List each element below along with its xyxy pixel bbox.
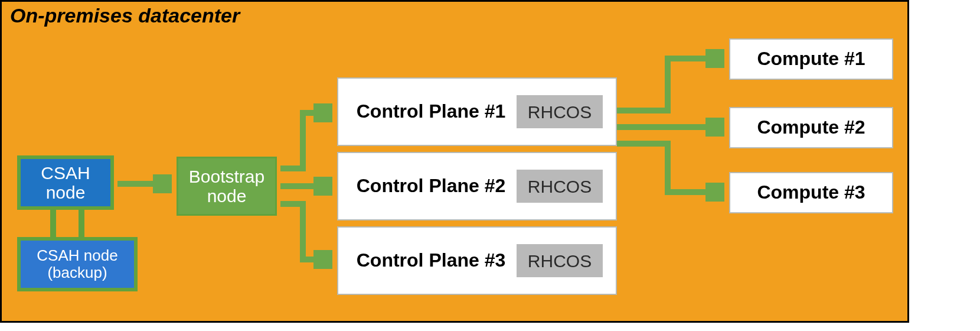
control-plane-1-label: Control Plane #1 xyxy=(351,101,511,122)
compute-2-label: Compute #2 xyxy=(757,117,865,138)
arrow-bootstrap-to-cp3 xyxy=(280,204,329,259)
compute-3-label: Compute #3 xyxy=(757,182,865,203)
csah-backup-node-box: CSAH node (backup) xyxy=(17,237,138,291)
compute-1-label: Compute #1 xyxy=(757,48,865,69)
control-plane-3-os-badge: RHCOS xyxy=(517,244,603,277)
csah-backup-node-label: CSAH node (backup) xyxy=(21,247,134,281)
arrow-cp-to-compute1 xyxy=(617,59,721,111)
control-plane-2-box: Control Plane #2 RHCOS xyxy=(337,152,617,220)
control-plane-3-box: Control Plane #3 RHCOS xyxy=(337,226,617,295)
control-plane-1-os-badge: RHCOS xyxy=(517,95,603,128)
compute-3-box: Compute #3 xyxy=(729,172,893,213)
compute-1-box: Compute #1 xyxy=(729,38,893,80)
csah-backup-link-2 xyxy=(79,210,84,237)
compute-2-box: Compute #2 xyxy=(729,107,893,148)
bootstrap-node-label: Bootstrap node xyxy=(178,167,275,206)
bootstrap-node-box: Bootstrap node xyxy=(177,157,277,216)
diagram-title: On-premises datacenter xyxy=(10,4,240,27)
control-plane-2-label: Control Plane #2 xyxy=(351,176,511,196)
control-plane-1-box: Control Plane #1 RHCOS xyxy=(337,77,617,146)
csah-backup-link-1 xyxy=(50,210,56,237)
diagram-canvas: On-premises datacenter CSAH node CSAH no… xyxy=(0,0,909,323)
control-plane-3-label: Control Plane #3 xyxy=(351,250,511,271)
control-plane-2-os-badge: RHCOS xyxy=(517,170,603,203)
csah-node-box: CSAH node xyxy=(17,155,114,210)
arrow-bootstrap-to-cp1 xyxy=(280,113,329,168)
csah-node-label: CSAH node xyxy=(21,163,110,202)
arrow-cp-to-compute3 xyxy=(617,144,721,192)
